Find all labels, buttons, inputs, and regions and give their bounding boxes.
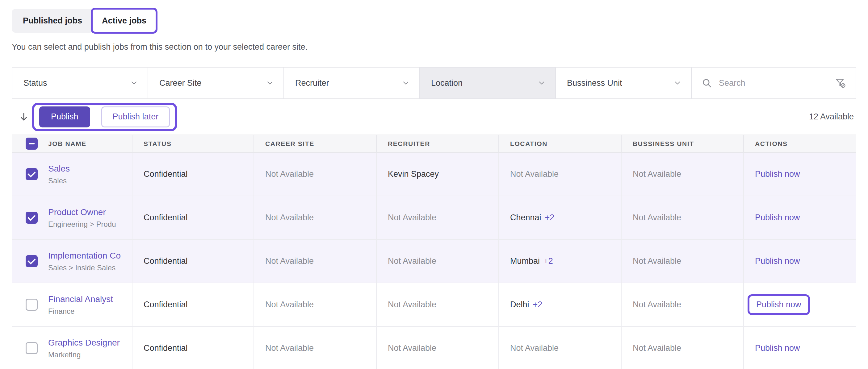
filter-bar: Status Career Site Recruiter Location Bu… (12, 67, 856, 99)
header-recruiter: RECRUITER (377, 135, 499, 152)
action-cell: Publish now (755, 343, 800, 353)
actions-toolbar: Publish Publish later 12 Available (12, 99, 856, 135)
header-job-name-label: JOB NAME (48, 140, 87, 147)
publish-now-highlight-ring: Publish now (748, 294, 810, 315)
location-more-badge[interactable]: +2 (533, 300, 542, 309)
jobs-publish-page: Published jobs Active jobs You can selec… (0, 0, 868, 369)
sort-icon[interactable] (19, 112, 29, 122)
chevron-down-icon (537, 79, 546, 87)
row-checkbox[interactable] (26, 255, 38, 267)
career-site-cell: Not Available (265, 257, 314, 266)
status-cell: Confidential (144, 169, 188, 179)
action-cell: Publish now (755, 257, 800, 266)
table-row: Financial Analyst Finance Confidential N… (12, 283, 856, 327)
chevron-down-icon (673, 79, 682, 87)
publish-now-link[interactable]: Publish now (755, 257, 800, 266)
select-all-checkbox[interactable] (26, 138, 38, 149)
filter-status-label: Status (24, 78, 47, 88)
row-checkbox[interactable] (26, 342, 38, 354)
business-unit-cell: Not Available (633, 213, 681, 223)
job-name-link[interactable]: Financial Analyst (48, 294, 113, 304)
job-name-link[interactable]: Graphics Designer (48, 338, 120, 348)
career-site-cell: Not Available (265, 213, 314, 223)
table-row: Sales Sales Confidential Not Available K… (12, 153, 856, 196)
publish-now-link[interactable]: Publish now (756, 300, 801, 309)
career-site-cell: Not Available (265, 343, 314, 353)
location-cell: Delhi (510, 300, 529, 309)
tab-published-jobs-label: Published jobs (23, 16, 82, 26)
header-job-name: JOB NAME (12, 135, 132, 152)
business-unit-cell: Not Available (633, 343, 681, 353)
location-cell: Not Available (510, 169, 559, 179)
career-site-cell: Not Available (265, 169, 314, 179)
row-checkbox[interactable] (26, 299, 38, 311)
publish-now-link[interactable]: Publish now (755, 343, 800, 353)
available-count: 12 Available (809, 112, 854, 122)
filter-clear-icon[interactable] (835, 77, 846, 89)
filter-recruiter[interactable]: Recruiter (284, 68, 420, 98)
filter-business-unit-label: Bussiness Unit (567, 78, 622, 88)
action-cell: Publish now (755, 169, 800, 179)
filter-location-label: Location (431, 78, 463, 88)
job-department: Marketing (48, 350, 120, 359)
job-department: Finance (48, 307, 113, 315)
section-description: You can select and publish jobs from thi… (12, 42, 856, 52)
career-site-cell: Not Available (265, 300, 314, 309)
job-department: Sales > Inside Sales (48, 263, 121, 272)
status-cell: Confidential (144, 300, 188, 309)
action-cell: Publish now (755, 213, 800, 223)
tab-active-jobs[interactable]: Active jobs (91, 8, 157, 34)
chevron-down-icon (130, 79, 138, 87)
business-unit-cell: Not Available (633, 169, 681, 179)
publish-buttons-highlight-ring: Publish Publish later (32, 103, 177, 131)
recruiter-cell: Kevin Spacey (388, 169, 439, 179)
filter-status[interactable]: Status (12, 68, 148, 98)
recruiter-cell: Not Available (388, 343, 436, 353)
location-cell: Not Available (510, 343, 559, 353)
header-location: LOCATION (499, 135, 622, 152)
publish-now-link[interactable]: Publish now (755, 213, 800, 223)
job-name-link[interactable]: Implementation Co (48, 250, 121, 261)
job-department: Sales (48, 176, 70, 185)
recruiter-cell: Not Available (388, 300, 436, 309)
publish-now-link[interactable]: Publish now (755, 169, 800, 179)
filter-recruiter-label: Recruiter (295, 78, 329, 88)
tab-published-jobs[interactable]: Published jobs (12, 9, 93, 33)
tabs-bar: Published jobs Active jobs (12, 8, 856, 34)
search-box (692, 68, 856, 98)
tab-active-jobs-label: Active jobs (102, 16, 146, 26)
location-cell: Chennai (510, 213, 541, 223)
table-row: Product Owner Engineering > Produ Confid… (12, 196, 856, 240)
location-cell: Mumbai (510, 257, 540, 266)
table-header-row: JOB NAME STATUS CAREER SITE RECRUITER LO… (12, 135, 856, 153)
publish-button[interactable]: Publish (39, 106, 90, 127)
status-cell: Confidential (144, 213, 188, 223)
header-business-unit: BUSSINESS UNIT (622, 135, 744, 152)
chevron-down-icon (401, 79, 410, 87)
job-department: Engineering > Produ (48, 220, 116, 229)
row-checkbox[interactable] (26, 168, 38, 180)
business-unit-cell: Not Available (633, 300, 681, 309)
job-name-link[interactable]: Sales (48, 164, 70, 174)
filter-business-unit[interactable]: Bussiness Unit (556, 68, 692, 98)
status-cell: Confidential (144, 343, 188, 353)
job-name-link[interactable]: Product Owner (48, 207, 116, 217)
search-input[interactable] (719, 78, 828, 88)
search-icon (702, 78, 712, 88)
location-more-badge[interactable]: +2 (545, 213, 555, 223)
chevron-down-icon (266, 79, 274, 87)
header-actions: ACTIONS (744, 135, 856, 152)
publish-later-button[interactable]: Publish later (101, 106, 170, 127)
filter-career-site[interactable]: Career Site (148, 68, 284, 98)
jobs-table: JOB NAME STATUS CAREER SITE RECRUITER LO… (12, 135, 856, 369)
row-checkbox[interactable] (26, 212, 38, 224)
filter-career-site-label: Career Site (159, 78, 202, 88)
header-career-site: CAREER SITE (254, 135, 377, 152)
table-row: Graphics Designer Marketing Confidential… (12, 327, 856, 369)
table-row: Implementation Co Sales > Inside Sales C… (12, 240, 856, 283)
status-cell: Confidential (144, 257, 188, 266)
location-more-badge[interactable]: +2 (544, 257, 553, 266)
recruiter-cell: Not Available (388, 213, 436, 223)
header-status: STATUS (132, 135, 254, 152)
filter-location[interactable]: Location (420, 68, 556, 98)
